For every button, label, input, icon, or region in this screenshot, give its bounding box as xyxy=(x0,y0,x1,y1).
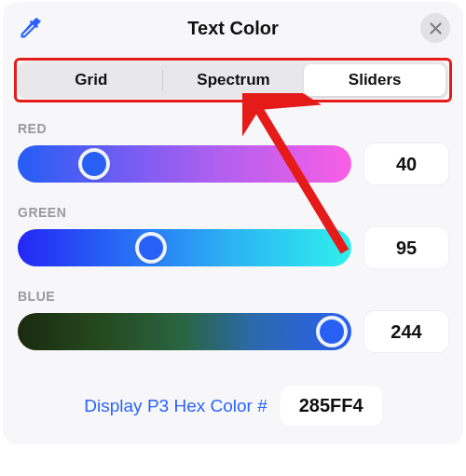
panel-title: Text Color xyxy=(187,18,278,39)
channel-red: RED 40 xyxy=(18,121,448,184)
view-mode-segmented: Grid Spectrum Sliders xyxy=(18,61,448,99)
panel-header: Text Color xyxy=(3,2,463,54)
slider-track xyxy=(18,313,351,350)
slider-track xyxy=(18,229,351,266)
channel-label: RED xyxy=(18,121,448,136)
tab-sliders[interactable]: Sliders xyxy=(304,64,445,96)
blue-slider[interactable] xyxy=(18,313,351,350)
hex-label[interactable]: Display P3 Hex Color # xyxy=(84,396,267,416)
green-slider[interactable] xyxy=(18,229,351,266)
tab-label: Grid xyxy=(75,71,107,89)
close-icon xyxy=(429,21,443,35)
tab-label: Sliders xyxy=(349,71,402,89)
hex-value-input[interactable]: 285FF4 xyxy=(281,386,382,426)
red-slider[interactable] xyxy=(18,145,351,183)
eyedropper-icon[interactable] xyxy=(18,15,44,41)
channel-green: GREEN 95 xyxy=(18,205,448,268)
slider-thumb[interactable] xyxy=(78,148,110,180)
tab-spectrum[interactable]: Spectrum xyxy=(163,64,305,96)
channel-label: BLUE xyxy=(18,289,448,304)
close-button[interactable] xyxy=(420,13,450,43)
tab-label: Spectrum xyxy=(197,71,269,89)
channel-blue: BLUE 244 xyxy=(18,289,448,352)
sliders-section: RED 40 GREEN 95 BLUE xyxy=(3,99,463,352)
tab-grid[interactable]: Grid xyxy=(21,64,162,96)
channel-label: GREEN xyxy=(18,205,448,220)
color-picker-panel: Text Color Grid Spectrum Sliders RED 40 xyxy=(3,2,463,444)
slider-track xyxy=(18,145,351,183)
hex-footer: Display P3 Hex Color # 285FF4 xyxy=(3,373,463,426)
blue-value-input[interactable]: 244 xyxy=(364,311,448,352)
green-value-input[interactable]: 95 xyxy=(364,227,448,268)
slider-thumb[interactable] xyxy=(316,316,348,347)
slider-thumb[interactable] xyxy=(135,232,167,264)
segmented-control-wrap: Grid Spectrum Sliders xyxy=(18,61,448,99)
red-value-input[interactable]: 40 xyxy=(364,143,448,184)
